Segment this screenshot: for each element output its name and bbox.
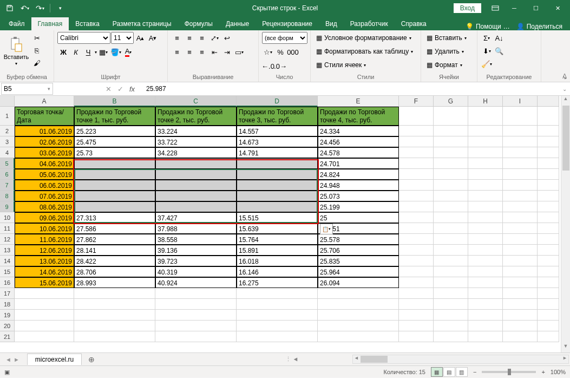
italic-button[interactable]: К [70, 46, 82, 58]
cell[interactable] [74, 288, 155, 299]
cell[interactable] [468, 310, 503, 321]
cell[interactable] [538, 223, 559, 234]
merge-icon[interactable]: ▭▾ [233, 46, 245, 58]
clear-icon[interactable]: 🧹▾ [481, 58, 493, 70]
cell[interactable] [237, 158, 318, 169]
cell[interactable] [538, 180, 559, 191]
cell[interactable] [434, 126, 468, 136]
collapse-ribbon-icon[interactable]: ᐱ [562, 73, 567, 80]
number-format-select[interactable]: (все форм [262, 32, 307, 44]
cell[interactable] [237, 169, 318, 180]
cell[interactable] [237, 288, 318, 299]
cell[interactable]: 02.06.2019 [15, 136, 74, 147]
fill-icon[interactable]: ⬇▾ [481, 45, 493, 57]
row-header[interactable]: 8 [0, 191, 15, 201]
cell[interactable] [155, 288, 237, 299]
cell[interactable] [318, 288, 399, 299]
row-header[interactable]: 17 [0, 288, 15, 299]
format-table-button[interactable]: ▦ Форматировать как таблицу ▾ [314, 45, 415, 57]
cell[interactable]: 25.964 [318, 266, 399, 277]
cell[interactable]: 15.639 [237, 223, 318, 234]
indent-inc-icon[interactable]: ⇥ [221, 46, 233, 58]
horizontal-scrollbar[interactable]: ◄ ► [352, 355, 569, 364]
cell[interactable] [399, 212, 434, 223]
cell[interactable] [237, 180, 318, 191]
cell[interactable] [399, 277, 434, 288]
tell-me[interactable]: 💡 Помощи… [466, 23, 510, 30]
cell[interactable]: 24.578 [318, 147, 399, 158]
name-box[interactable]: B5▾ [1, 83, 53, 95]
cell[interactable] [468, 223, 503, 234]
cell[interactable] [434, 310, 468, 321]
tab-рецензирование[interactable]: Рецензирование [255, 17, 319, 30]
cell[interactable] [74, 180, 155, 191]
cell[interactable] [468, 266, 503, 277]
cell[interactable]: 14.673 [237, 136, 318, 147]
cell[interactable] [468, 277, 503, 288]
cell[interactable] [503, 331, 538, 342]
cell[interactable]: 27.862 [74, 234, 155, 245]
cell[interactable]: Продажи по Торговой точке 4, тыс. руб. [318, 107, 399, 126]
cell[interactable]: 16.146 [237, 266, 318, 277]
cell[interactable]: 08.06.2019 [15, 201, 74, 212]
cell[interactable]: 05.06.2019 [15, 169, 74, 180]
cell[interactable] [237, 310, 318, 321]
cell[interactable]: 12.06.2019 [15, 245, 74, 256]
cell[interactable]: 40.319 [155, 266, 237, 277]
cell[interactable]: 28.993 [74, 277, 155, 288]
align-center-icon[interactable]: ≡ [184, 46, 195, 58]
row-header[interactable]: 1 [0, 107, 15, 126]
cell[interactable]: 03.06.2019 [15, 147, 74, 158]
cell[interactable]: 13.06.2019 [15, 256, 74, 266]
cell[interactable] [468, 201, 503, 212]
close-button[interactable]: ✕ [547, 0, 568, 16]
cell[interactable]: 39.136 [155, 245, 237, 256]
cell[interactable] [15, 299, 74, 310]
cell[interactable] [538, 245, 559, 256]
cell[interactable] [434, 147, 468, 158]
cell[interactable]: Продажи по Торговой точке 1, тыс. руб. [74, 107, 155, 126]
cell[interactable] [15, 321, 74, 331]
cell[interactable] [538, 234, 559, 245]
sheet-tab[interactable]: microexcel.ru [27, 354, 82, 365]
cell[interactable] [468, 136, 503, 147]
align-bottom-icon[interactable]: ≡ [196, 32, 208, 44]
cell[interactable] [399, 299, 434, 310]
ribbon-options-icon[interactable] [488, 0, 503, 16]
cell[interactable] [399, 147, 434, 158]
share-button[interactable]: 👤 Поделиться [516, 23, 562, 30]
cell[interactable] [399, 136, 434, 147]
cell[interactable]: 16.018 [237, 256, 318, 266]
cell[interactable]: 15.515 [237, 212, 318, 223]
cell[interactable] [538, 201, 559, 212]
cell[interactable] [237, 191, 318, 201]
row-header[interactable]: 7 [0, 180, 15, 191]
cell[interactable] [538, 147, 559, 158]
row-header[interactable]: 21 [0, 331, 15, 342]
cell[interactable] [399, 331, 434, 342]
redo-icon[interactable]: ↷▾ [34, 2, 47, 15]
cell[interactable] [538, 266, 559, 277]
cell[interactable] [399, 201, 434, 212]
cell[interactable] [503, 201, 538, 212]
cell[interactable] [503, 256, 538, 266]
zoom-slider[interactable] [482, 371, 536, 373]
align-right-icon[interactable]: ≡ [196, 46, 208, 58]
cell[interactable]: 11.06.2019 [15, 234, 74, 245]
cell[interactable] [155, 180, 237, 191]
cell[interactable] [237, 201, 318, 212]
cell[interactable] [503, 245, 538, 256]
cell[interactable] [434, 180, 468, 191]
cell[interactable]: 24.701 [318, 158, 399, 169]
cell[interactable]: 28.141 [74, 245, 155, 256]
cell[interactable] [468, 299, 503, 310]
qat-customize-icon[interactable]: ▾ [54, 2, 67, 15]
cell[interactable] [434, 107, 468, 126]
cut-icon[interactable]: ✂ [31, 32, 43, 44]
cell[interactable] [503, 212, 538, 223]
cell[interactable] [503, 107, 538, 126]
col-header[interactable]: F [399, 96, 434, 107]
shrink-font-icon[interactable]: A▾ [147, 32, 159, 44]
cell[interactable]: 14.791 [237, 147, 318, 158]
cell[interactable]: 01.06.2019 [15, 126, 74, 136]
